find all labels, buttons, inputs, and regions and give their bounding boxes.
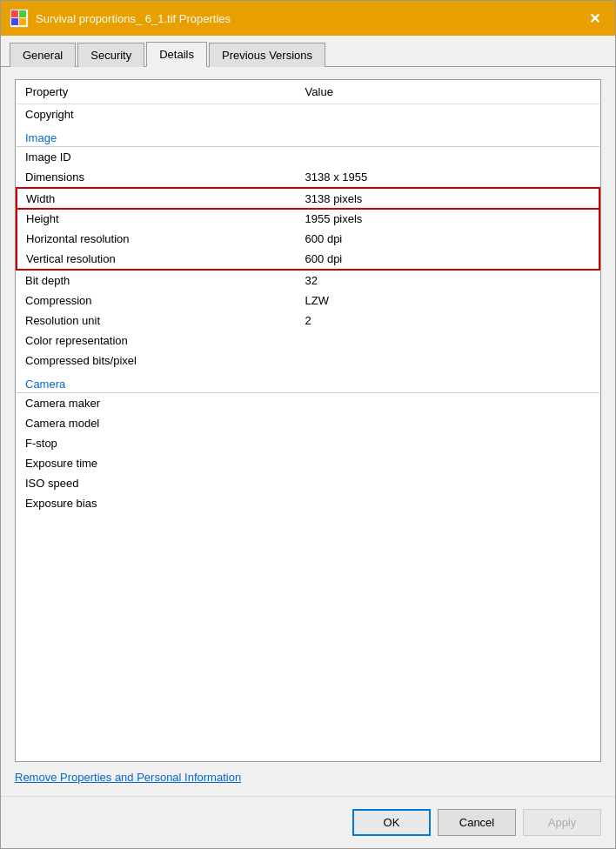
property-value[interactable] <box>297 331 599 351</box>
table-row: Bit depth 32 <box>17 270 599 291</box>
ok-button[interactable]: OK <box>352 809 431 836</box>
property-label: Dimensions <box>17 167 297 188</box>
table-row-width: Width 3138 pixels <box>17 188 599 209</box>
property-label: Color representation <box>17 331 297 351</box>
property-label: Image ID <box>17 147 297 168</box>
property-label: Exposure bias <box>17 493 297 513</box>
table-row-vres: Vertical resolution 600 dpi <box>17 249 599 270</box>
table-row: Compression LZW <box>17 291 599 311</box>
property-value[interactable] <box>297 433 599 453</box>
property-value[interactable] <box>297 453 599 473</box>
table-section-camera: Camera <box>17 371 599 393</box>
file-icon <box>10 9 29 28</box>
property-value: 1955 pixels <box>297 209 599 229</box>
property-value: 3138 pixels <box>297 188 599 209</box>
table-row: Color representation <box>17 331 599 351</box>
close-button[interactable]: ✕ <box>582 6 606 30</box>
property-value[interactable] <box>297 351 599 371</box>
tab-security[interactable]: Security <box>77 43 144 67</box>
property-table-container: Property Value Copyright Image <box>15 79 601 762</box>
property-value: 600 dpi <box>297 249 599 270</box>
property-label: Exposure time <box>17 453 297 473</box>
property-label: ISO speed <box>17 473 297 493</box>
property-value: 32 <box>297 270 599 291</box>
property-value: 3138 x 1955 <box>297 167 599 188</box>
property-value[interactable] <box>297 493 599 513</box>
table-row: Exposure time <box>17 453 599 473</box>
property-label: F-stop <box>17 433 297 453</box>
property-value[interactable] <box>297 473 599 493</box>
property-label: Compression <box>17 291 297 311</box>
property-label: Copyright <box>17 104 297 125</box>
value-col-header: Value <box>297 80 599 104</box>
svg-rect-3 <box>11 18 18 25</box>
property-label: Camera model <box>17 413 297 433</box>
svg-rect-4 <box>19 18 26 25</box>
table-row: Copyright <box>17 104 599 125</box>
section-label: Image <box>17 124 599 147</box>
property-value[interactable] <box>297 413 599 433</box>
svg-rect-2 <box>19 10 26 17</box>
properties-window: Survival proportions_ 6_1.tif Properties… <box>0 0 616 849</box>
property-label: Height <box>17 209 297 229</box>
section-label: Camera <box>17 371 599 393</box>
table-row: Image ID <box>17 147 599 168</box>
property-col-header: Property <box>17 80 297 104</box>
table-row-height: Height 1955 pixels <box>17 209 599 229</box>
table-row: Camera maker <box>17 393 599 414</box>
property-label: Horizontal resolution <box>17 229 297 249</box>
table-header: Property Value <box>17 80 599 104</box>
table-row: Dimensions 3138 x 1955 <box>17 167 599 188</box>
property-value: 600 dpi <box>297 229 599 249</box>
bottom-buttons: OK Cancel Apply <box>1 796 615 848</box>
table-row: F-stop <box>17 433 599 453</box>
property-table-scroll[interactable]: Property Value Copyright Image <box>16 80 600 761</box>
titlebar: Survival proportions_ 6_1.tif Properties… <box>1 1 615 36</box>
svg-rect-1 <box>11 10 18 17</box>
property-value[interactable] <box>297 104 599 125</box>
property-label: Width <box>17 188 297 209</box>
property-label: Camera maker <box>17 393 297 414</box>
apply-button[interactable]: Apply <box>523 809 601 836</box>
property-label: Vertical resolution <box>17 249 297 270</box>
remove-properties-link[interactable]: Remove Properties and Personal Informati… <box>15 771 601 784</box>
table-row: Camera model <box>17 413 599 433</box>
table-row: Exposure bias <box>17 493 599 513</box>
window-title: Survival proportions_ 6_1.tif Properties <box>36 12 582 25</box>
table-row: ISO speed <box>17 473 599 493</box>
property-value: LZW <box>297 291 599 311</box>
cancel-button[interactable]: Cancel <box>438 809 516 836</box>
content-area: Property Value Copyright Image <box>1 67 615 796</box>
table-row: Compressed bits/pixel <box>17 351 599 371</box>
property-label: Bit depth <box>17 270 297 291</box>
property-table: Property Value Copyright Image <box>16 80 600 513</box>
tabs-bar: General Security Details Previous Versio… <box>1 36 615 67</box>
property-value[interactable] <box>297 147 599 168</box>
table-row: Resolution unit 2 <box>17 311 599 331</box>
property-label: Compressed bits/pixel <box>17 351 297 371</box>
property-label: Resolution unit <box>17 311 297 331</box>
table-row-hres: Horizontal resolution 600 dpi <box>17 229 599 249</box>
property-value[interactable] <box>297 393 599 414</box>
tab-details[interactable]: Details <box>146 42 207 67</box>
tab-general[interactable]: General <box>10 43 76 67</box>
property-value: 2 <box>297 311 599 331</box>
tab-previous-versions[interactable]: Previous Versions <box>209 43 325 67</box>
table-section-image: Image <box>17 124 599 147</box>
